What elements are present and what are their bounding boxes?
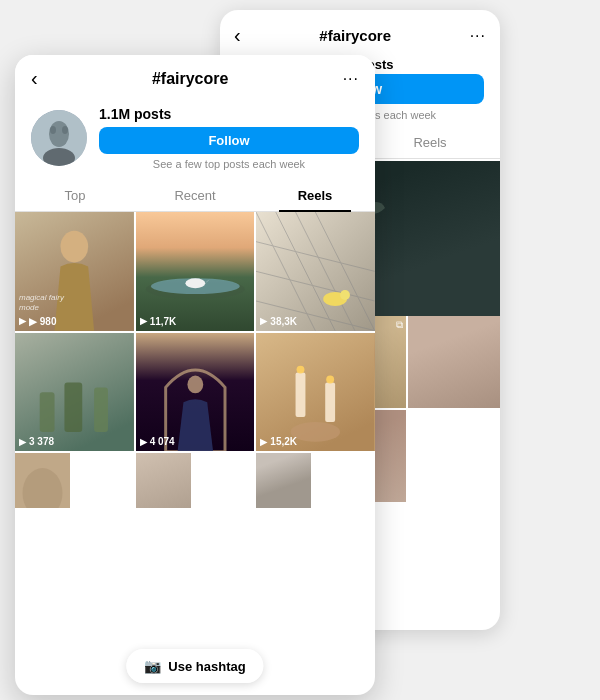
- cell-1-image: [15, 212, 134, 331]
- svg-point-9: [50, 126, 56, 134]
- front-back-arrow-icon[interactable]: ‹: [31, 67, 38, 90]
- svg-point-32: [187, 375, 203, 393]
- grid-cell-9-partial[interactable]: [256, 453, 311, 508]
- front-profile-stats: 1.1M posts Follow See a few top posts ea…: [99, 106, 359, 170]
- use-hashtag-bar[interactable]: 📷 Use hashtag: [126, 649, 263, 683]
- back-header: ‹ #fairycore ···: [220, 10, 500, 53]
- svg-point-37: [327, 375, 335, 383]
- front-follow-button[interactable]: Follow: [99, 127, 359, 154]
- front-hashtag-title: #fairycore: [152, 70, 229, 88]
- front-more-icon[interactable]: ···: [343, 70, 359, 88]
- avatar-svg: [31, 110, 87, 166]
- front-tab-reels[interactable]: Reels: [255, 180, 375, 211]
- svg-point-16: [185, 278, 205, 288]
- svg-point-38: [291, 422, 340, 442]
- play-icon-3: ▶: [260, 316, 267, 326]
- grid-cell-1[interactable]: magical fairymode ▶ ▶ 980: [15, 212, 134, 331]
- svg-rect-29: [64, 382, 82, 431]
- back-grid-cell-3[interactable]: [408, 316, 500, 408]
- front-header: ‹ #fairycore ···: [15, 55, 375, 98]
- back-hashtag-title: #fairycore: [319, 27, 391, 44]
- front-subtitle: See a few top posts each week: [99, 158, 359, 170]
- svg-point-36: [297, 365, 305, 373]
- play-icon-4: ▶: [19, 437, 26, 447]
- play-icon-2: ▶: [140, 316, 147, 326]
- svg-rect-28: [40, 392, 55, 432]
- grid-cell-1-count: ▶ ▶ 980: [19, 316, 56, 327]
- back-tab-reels[interactable]: Reels: [360, 127, 500, 158]
- svg-point-26: [340, 290, 350, 300]
- cell-6-image: [256, 333, 375, 452]
- camera-icon: 📷: [144, 658, 161, 674]
- grid-cell-3[interactable]: ▶ 38,3K: [256, 212, 375, 331]
- cell-7-image: [15, 453, 70, 508]
- front-tab-recent[interactable]: Recent: [135, 180, 255, 211]
- front-tabs: Top Recent Reels: [15, 180, 375, 212]
- svg-rect-34: [296, 372, 306, 416]
- front-grid-partial: [15, 453, 375, 508]
- back-arrow-icon[interactable]: ‹: [234, 24, 241, 47]
- cell-1-text-overlay: magical fairymode: [19, 293, 64, 312]
- use-hashtag-label: Use hashtag: [168, 659, 245, 674]
- cell-3-image: [256, 212, 375, 331]
- grid-cell-2[interactable]: ▶ 11,7K: [136, 212, 255, 331]
- cell-4-image: [15, 333, 134, 452]
- grid-cell-4[interactable]: ▶ 3 378: [15, 333, 134, 452]
- grid-cell-3-count: ▶ 38,3K: [260, 316, 297, 327]
- svg-rect-13: [136, 212, 255, 331]
- back-more-icon[interactable]: ···: [470, 27, 486, 45]
- svg-rect-17: [256, 212, 375, 331]
- front-avatar: [31, 110, 87, 166]
- grid-cell-5-count: ▶ 4 074: [140, 436, 175, 447]
- front-tab-top[interactable]: Top: [15, 180, 135, 211]
- play-icon-6: ▶: [260, 437, 267, 447]
- svg-rect-30: [94, 387, 108, 431]
- multi-icon-2: ⧉: [396, 319, 403, 331]
- front-profile-section: 1.1M posts Follow See a few top posts ea…: [15, 98, 375, 174]
- phone-front: ‹ #fairycore ··· 1.1M posts Follow See a…: [15, 55, 375, 695]
- svg-rect-35: [326, 382, 336, 422]
- svg-point-10: [62, 126, 68, 134]
- svg-point-7: [49, 121, 69, 147]
- cell-5-image: [136, 333, 255, 452]
- grid-cell-6[interactable]: ▶ 15,2K: [256, 333, 375, 452]
- grid-cell-6-count: ▶ 15,2K: [260, 436, 297, 447]
- front-grid: magical fairymode ▶ ▶ 980 ▶ 11,7K: [15, 212, 375, 451]
- play-icon-1: ▶: [19, 316, 26, 326]
- grid-cell-7-partial[interactable]: [15, 453, 70, 508]
- play-icon-5: ▶: [140, 437, 147, 447]
- svg-point-12: [60, 231, 88, 263]
- cell-2-image: [136, 212, 255, 331]
- grid-cell-4-count: ▶ 3 378: [19, 436, 54, 447]
- front-posts-count: 1.1M posts: [99, 106, 359, 122]
- grid-cell-5[interactable]: ▶ 4 074: [136, 333, 255, 452]
- grid-cell-8-partial[interactable]: [136, 453, 191, 508]
- grid-cell-2-count: ▶ 11,7K: [140, 316, 177, 327]
